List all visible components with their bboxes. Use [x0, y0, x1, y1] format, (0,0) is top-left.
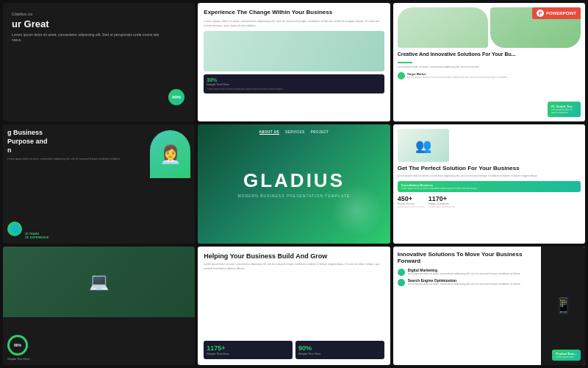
- slide4-body: Lorem ipsum dolor sit amet, consectetur …: [7, 158, 147, 161]
- slide1-partial-text: ur Great: [12, 18, 168, 30]
- slide1-badge-text: 80%: [172, 95, 181, 99]
- slide7-circle: 80%: [7, 335, 28, 355]
- slide9-product-desc: Lorem ipsum dolor: [556, 355, 577, 358]
- slide2-stat-label: Simple Text Here: [207, 82, 381, 86]
- slide2-stats: 30% Simple Text Here Lorem ipsum dolor s…: [204, 74, 384, 93]
- slide-7[interactable]: 80% Simple Text Here: [3, 247, 195, 365]
- slide7-top-image: [3, 247, 195, 318]
- ppt-icon: P: [537, 10, 544, 17]
- slide3-green-bar: 01. Simple Text Lorem ipsum dolor sit am…: [548, 102, 581, 117]
- slide9-service2-desc: Lorem ipsum dolor sit amet, consectetur …: [408, 283, 521, 286]
- slide4-globe-badge: 🌐: [7, 222, 22, 236]
- slide3-target-icon: [398, 72, 405, 79]
- slide6-stat1: 450+ Project Sucess Lorem ipsum dolor si…: [398, 195, 424, 208]
- slide8-stat2-num: 90%: [298, 344, 381, 352]
- slide9-services: Digital Marketing Lorem ipsum dolor sit …: [398, 268, 533, 286]
- slide2-image: 💻: [204, 31, 384, 71]
- slide7-circle-num: 80%: [14, 343, 21, 347]
- slide7-bottom-stats: 80% Simple Text Here: [7, 335, 190, 361]
- slide6-title: Get The Perfect Solution For Your Busine…: [398, 165, 581, 172]
- slide9-right-image: [541, 247, 585, 365]
- slide4-years: 10 YEARS OF EXPERIENCE: [25, 232, 49, 239]
- powerpoint-badge: P POWERPOINT: [532, 7, 581, 19]
- slide9-product-badge: Product Bran... Lorem ipsum dolor: [552, 350, 581, 361]
- slide6-stat2-num: 1170+: [429, 195, 455, 202]
- slide8-title: Helping Your Business Build And Grow: [204, 252, 384, 261]
- slide-8[interactable]: Helping Your Business Build And Grow Lor…: [198, 247, 390, 365]
- slide5-leaf-decoration: [331, 185, 390, 244]
- slide4-image: 👩‍💼: [150, 130, 190, 178]
- slide-1[interactable]: Gladius.co ur Great Lorem ipsum dolor si…: [3, 3, 195, 121]
- ppt-letter: P: [539, 11, 542, 16]
- slide6-stat1-desc: Lorem ipsum dolor sit amet: [398, 205, 424, 208]
- slide4-title: g BusinessPurpose andn: [7, 129, 147, 155]
- slide3-target-desc: Lorem ipsum dolor sit amet consectetur a…: [407, 76, 509, 79]
- slide8-stat2-label: Simple Text Here: [298, 352, 381, 355]
- slide6-stat1-num: 450+: [398, 195, 424, 202]
- slide9-service2-icon: [398, 279, 405, 286]
- slide3-target-row: Target Market Lorem ipsum dolor sit amet…: [398, 72, 581, 79]
- slide1-brand: Gladius.co: [12, 12, 168, 16]
- slide8-stat1: 1175+ Simple Text Here: [204, 341, 293, 359]
- slide2-body: Lorem ipsum dolor sit amet, consectetur …: [204, 19, 384, 28]
- slide1-badge: 80%: [168, 89, 184, 105]
- slide8-stat1-num: 1175+: [207, 344, 290, 352]
- slide8-stats: 1175+ Simple Text Here 90% Simple Text H…: [204, 341, 384, 359]
- powerpoint-label: POWERPOINT: [546, 11, 576, 15]
- slide6-body: Lorem ipsum dolor sit amet, consectetur …: [398, 174, 581, 178]
- slide6-stat2-desc: Lorem ipsum dolor sit amet: [429, 205, 455, 208]
- slide1-body: Lorem ipsum dolor sit amet, consectetur …: [12, 32, 168, 43]
- slide6-consult-bar: Consultation Business Lorem ipsum dolor …: [398, 181, 581, 192]
- slide9-service1: Digital Marketing Lorem ipsum dolor sit …: [398, 268, 533, 276]
- slide2-stat-num: 30%: [207, 77, 381, 82]
- slide9-service1-icon: [398, 269, 405, 276]
- slide6-team-image: [398, 129, 449, 162]
- slide7-simple-label: Simple Text Here: [7, 357, 190, 361]
- slide-5[interactable]: ABOUT US SERVICES PROJECT GLADIUS MODERN…: [198, 124, 390, 243]
- slide-9[interactable]: Innovative Solutions To Move Your Busine…: [393, 247, 585, 365]
- slide6-stat2: 1170+ Happy Customers Lorem ipsum dolor …: [429, 195, 455, 208]
- slide6-consult-body: Lorem ipsum dolor sit amet consectetur a…: [401, 187, 577, 190]
- nav-about[interactable]: ABOUT US: [259, 130, 280, 135]
- slide3-title: Creative And Innovative Solutions For Yo…: [398, 52, 581, 57]
- globe-icon: 🌐: [10, 224, 19, 233]
- slide8-stat2: 90% Simple Text Here: [295, 341, 384, 359]
- slide2-title: Experience The Change Within Your Busine…: [204, 9, 384, 16]
- slide2-stat-desc: Lorem ipsum dolor sit amet consectetur a…: [207, 88, 381, 91]
- slide2-stat-card: 30% Simple Text Here Lorem ipsum dolor s…: [204, 74, 384, 93]
- slide8-stat1-label: Simple Text Here: [207, 352, 290, 355]
- slide9-service1-desc: Lorem ipsum dolor sit amet, consectetur …: [408, 272, 521, 276]
- slide-2[interactable]: Experience The Change Within Your Busine…: [198, 3, 390, 121]
- slide3-green-body: Lorem ipsum dolor sit amet consectetur: [551, 108, 577, 114]
- nav-services[interactable]: SERVICES: [285, 130, 305, 135]
- slide5-navbar: ABOUT US SERVICES PROJECT: [198, 130, 390, 135]
- nav-project[interactable]: PROJECT: [311, 130, 329, 135]
- slide-6[interactable]: Get The Perfect Solution For Your Busine…: [393, 124, 585, 243]
- slide8-body: Lorem ipsum dolor sit amet, consectetur …: [204, 263, 384, 271]
- slide5-main-title: GLADIUS: [243, 169, 345, 192]
- slide9-service2: Search Engine Optimization Lorem ipsum d…: [398, 278, 533, 286]
- slide9-title: Innovative Solutions To Move Your Busine…: [398, 251, 533, 265]
- slide3-img1: [398, 7, 488, 48]
- slide6-stats: 450+ Project Sucess Lorem ipsum dolor si…: [398, 195, 581, 208]
- slide-3[interactable]: Creative And Innovative Solutions For Yo…: [393, 3, 585, 121]
- slide3-body: Lorem ipsum dolor sit amet, consectetur …: [398, 66, 581, 69]
- slides-grid: Gladius.co ur Great Lorem ipsum dolor si…: [0, 0, 588, 368]
- slide3-divider: [398, 62, 412, 63]
- slide-4[interactable]: g BusinessPurpose andn Lorem ipsum dolor…: [3, 124, 195, 243]
